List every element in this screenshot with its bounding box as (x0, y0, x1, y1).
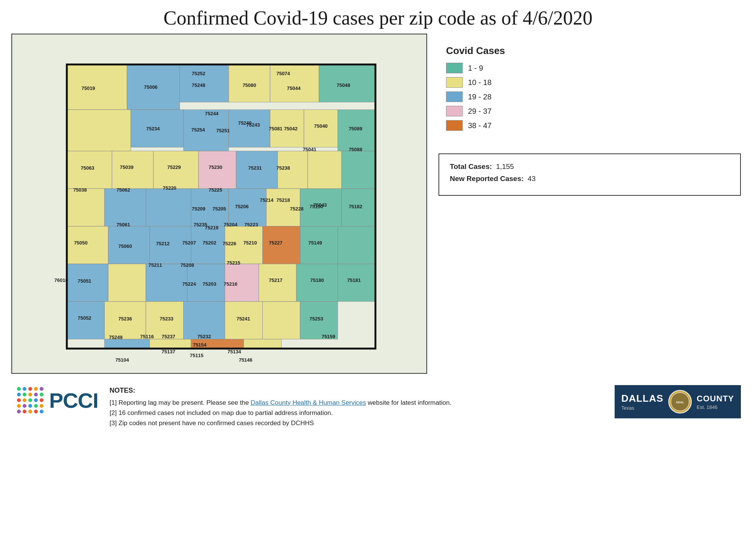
svg-text:75060: 75060 (118, 243, 132, 249)
svg-point-151 (23, 398, 26, 402)
pcci-icon (15, 385, 45, 415)
svg-text:75104: 75104 (115, 357, 129, 363)
svg-text:75236: 75236 (118, 316, 132, 322)
svg-text:75254: 75254 (191, 127, 205, 133)
svg-text:75223: 75223 (245, 222, 258, 228)
svg-text:75229: 75229 (167, 164, 181, 170)
svg-point-159 (40, 404, 43, 408)
svg-text:75215: 75215 (227, 260, 240, 266)
svg-text:75051: 75051 (78, 278, 91, 284)
svg-text:75116: 75116 (140, 334, 154, 339)
svg-rect-55 (104, 339, 149, 348)
notes-section: NOTES: [1] Reporting lag may be present.… (110, 385, 603, 428)
svg-text:75149: 75149 (308, 240, 322, 246)
svg-rect-23 (342, 151, 376, 189)
svg-point-155 (17, 404, 21, 408)
total-cases-line: Total Cases: 1,155 (450, 163, 730, 171)
svg-text:75006: 75006 (144, 84, 158, 90)
svg-text:75081: 75081 (269, 126, 282, 132)
dallas-sub-text: Texas (621, 405, 663, 411)
svg-text:75240: 75240 (238, 120, 252, 126)
svg-point-147 (28, 393, 32, 396)
svg-point-153 (34, 398, 38, 402)
svg-text:75233: 75233 (160, 316, 174, 322)
dallas-health-link[interactable]: Dallas County Health & Human Services (251, 399, 366, 406)
svg-rect-26 (146, 189, 191, 226)
svg-text:75050: 75050 (74, 240, 88, 246)
svg-text:75251: 75251 (216, 128, 230, 133)
legend-box: Covid Cases 1 - 910 - 1819 - 2829 - 3738… (435, 37, 745, 142)
svg-text:75159: 75159 (322, 334, 335, 339)
svg-rect-39 (338, 226, 376, 264)
legend-swatch (446, 106, 463, 116)
svg-text:75181: 75181 (347, 277, 361, 283)
legend-swatch (446, 120, 463, 131)
svg-text:75052: 75052 (78, 315, 91, 321)
new-cases-value: 43 (528, 175, 536, 183)
svg-text:75044: 75044 (287, 85, 301, 91)
svg-text:75208: 75208 (180, 262, 194, 268)
svg-rect-3 (67, 65, 127, 110)
svg-point-152 (28, 398, 32, 402)
svg-text:75063: 75063 (81, 165, 94, 171)
svg-text:75231: 75231 (248, 165, 262, 171)
legend-item: 1 - 9 (446, 63, 733, 73)
svg-text:75216: 75216 (224, 281, 237, 287)
svg-rect-53 (262, 302, 300, 339)
svg-point-140 (17, 387, 21, 391)
dallas-main-text: DALLAS (621, 393, 663, 404)
svg-text:75146: 75146 (239, 357, 253, 363)
svg-text:75217: 75217 (269, 277, 282, 283)
county-text-block: COUNTY Est. 1846 (697, 394, 734, 410)
svg-point-156 (23, 404, 26, 408)
svg-point-150 (17, 398, 21, 402)
svg-text:75040: 75040 (314, 123, 328, 129)
svg-point-145 (17, 393, 21, 396)
svg-text:75237: 75237 (162, 334, 175, 339)
svg-text:75225: 75225 (209, 187, 222, 193)
map-background: 75019 75006 75248 75252 75074 75044 7504… (12, 34, 426, 373)
svg-text:75244: 75244 (205, 111, 219, 116)
legend-item: 10 - 18 (446, 77, 733, 88)
svg-text:75080: 75080 (243, 82, 256, 88)
svg-rect-9 (67, 110, 131, 151)
svg-rect-22 (308, 151, 342, 189)
svg-text:75234: 75234 (146, 126, 160, 132)
total-cases-label: Total Cases: (450, 163, 492, 170)
legend-swatch (446, 63, 463, 73)
svg-text:75228: 75228 (290, 206, 304, 212)
svg-rect-25 (104, 189, 146, 226)
svg-point-154 (40, 398, 43, 402)
svg-text:75219: 75219 (205, 225, 218, 231)
svg-text:75248: 75248 (192, 82, 205, 88)
svg-text:75232: 75232 (197, 334, 211, 339)
svg-point-144 (40, 387, 43, 391)
legend-label: 29 - 37 (468, 107, 491, 116)
svg-text:75218: 75218 (276, 197, 290, 203)
svg-text:75150: 75150 (310, 204, 323, 209)
notes-title: NOTES: (110, 385, 603, 396)
svg-text:75019: 75019 (82, 85, 95, 91)
svg-text:75074: 75074 (276, 71, 290, 76)
total-cases-value: 1,155 (496, 163, 514, 170)
legend-label: 1 - 9 (468, 64, 483, 73)
svg-rect-41 (108, 264, 146, 302)
svg-text:75207: 75207 (182, 240, 196, 246)
svg-text:75205: 75205 (212, 206, 226, 212)
svg-text:75212: 75212 (156, 241, 170, 246)
legend-label: 10 - 18 (468, 78, 491, 87)
svg-text:75048: 75048 (337, 82, 350, 88)
map-container: 75019 75006 75248 75252 75074 75044 7504… (11, 34, 427, 374)
svg-point-160 (17, 410, 21, 413)
svg-rect-24 (67, 189, 105, 226)
svg-rect-56 (150, 339, 191, 348)
svg-text:75249: 75249 (109, 334, 122, 340)
legend-item: 29 - 37 (446, 106, 733, 116)
page-title: Confirmed Covid-19 cases per zip code as… (0, 0, 756, 34)
legend-label: 19 - 28 (468, 93, 491, 101)
legend-swatch (446, 77, 463, 88)
svg-text:75137: 75137 (162, 349, 175, 354)
svg-text:75038: 75038 (73, 187, 87, 193)
footer: PCCI NOTES: [1] Reporting lag may be pre… (0, 378, 756, 436)
svg-point-163 (34, 410, 38, 413)
